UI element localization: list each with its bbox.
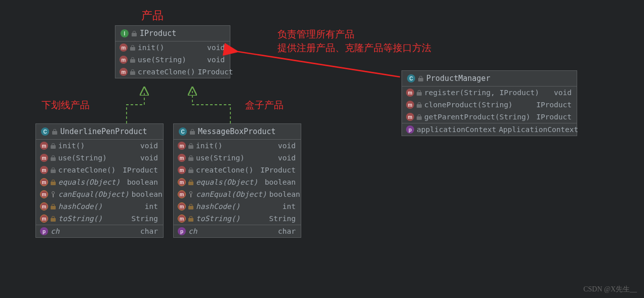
class-title: UnderlinePenProduct xyxy=(60,127,147,136)
member-signature: register(String, IProduct) xyxy=(424,89,551,97)
member-return-type: void xyxy=(207,56,225,64)
method-icon: m xyxy=(178,215,186,223)
member-row: mhashCode()int xyxy=(174,200,301,212)
member-return-type: ApplicationContext xyxy=(499,125,578,134)
member-signature: init() xyxy=(196,142,275,150)
member-signature: getParentProduct(String) xyxy=(424,113,534,121)
lock-icon xyxy=(188,204,193,209)
lock-icon xyxy=(188,167,193,173)
member-row: mequals(Object)boolean xyxy=(174,176,301,188)
lock-icon xyxy=(417,114,422,120)
member-signature: createClone() xyxy=(196,166,258,174)
member-return-type: boolean xyxy=(269,190,300,198)
lock-icon xyxy=(51,167,56,173)
method-icon: m xyxy=(40,190,48,198)
lock-icon xyxy=(190,129,195,135)
class-icon: C xyxy=(407,74,415,82)
member-signature: canEqual(Object) xyxy=(196,190,267,198)
lock-icon xyxy=(417,90,422,96)
member-return-type: void xyxy=(140,154,158,162)
method-icon: m xyxy=(40,215,48,223)
member-return-type: char xyxy=(140,227,158,235)
annotation-box: 盒子产品 xyxy=(245,99,284,112)
method-icon: m xyxy=(178,202,186,210)
member-signature: hashCode() xyxy=(58,202,142,210)
lock-icon xyxy=(188,180,193,185)
member-signature: toString() xyxy=(196,215,267,223)
method-icon: m xyxy=(406,89,414,97)
member-return-type: int xyxy=(283,202,296,210)
annotation-underline: 下划线产品 xyxy=(42,99,90,112)
annotation-manager-2: 提供注册产品、克隆产品等接口方法 xyxy=(277,41,431,55)
member-row: mcreateClone()IProduct xyxy=(36,164,163,176)
member-row: mequals(Object)boolean xyxy=(36,176,163,188)
class-box-manager: C ProductManager mregister(String, IProd… xyxy=(401,70,577,136)
property-icon: p xyxy=(40,227,48,235)
lock-icon xyxy=(188,155,193,161)
method-icon: m xyxy=(178,190,186,198)
lock-icon xyxy=(132,31,137,36)
member-row: pchchar xyxy=(36,225,163,237)
property-icon: p xyxy=(406,125,414,134)
member-row: mgetParentProduct(String)IProduct xyxy=(402,111,577,123)
class-title: MessageBoxProduct xyxy=(198,127,276,136)
class-body: minit()voidmuse(String)voidmcreateClone(… xyxy=(174,140,301,237)
method-icon: m xyxy=(406,113,414,121)
member-signature: toString() xyxy=(58,215,129,223)
member-return-type: String xyxy=(269,215,296,223)
method-icon: m xyxy=(119,56,128,64)
class-box-iproduct: I IProduct minit()voidmuse(String)voidmc… xyxy=(115,25,230,78)
member-row: muse(String)void xyxy=(36,152,163,164)
member-row: pchchar xyxy=(174,225,301,237)
member-row: mregister(String, IProduct)void xyxy=(402,87,577,99)
lock-icon xyxy=(418,76,423,81)
member-row: mtoString()String xyxy=(36,212,163,225)
member-signature: canEqual(Object) xyxy=(58,190,129,198)
lock-icon xyxy=(51,155,56,161)
member-return-type: boolean xyxy=(265,178,296,186)
method-icon: m xyxy=(178,142,186,150)
class-body: mregister(String, IProduct)voidmclonePro… xyxy=(402,87,577,136)
lock-icon xyxy=(130,45,135,51)
method-icon: m xyxy=(178,166,186,174)
method-icon: m xyxy=(40,154,48,162)
member-signature: applicationContext xyxy=(417,125,496,134)
class-body: minit()voidmuse(String)voidmcreateClone(… xyxy=(115,41,230,78)
member-return-type: char xyxy=(278,227,296,235)
lock-icon xyxy=(51,216,56,222)
class-icon: C xyxy=(41,127,49,136)
lock-icon xyxy=(188,216,193,222)
member-row: mcanEqual(Object)boolean xyxy=(174,188,301,200)
member-signature: createClone() xyxy=(58,166,120,174)
member-row: muse(String)void xyxy=(174,152,301,164)
member-signature: cloneProduct(String) xyxy=(424,101,534,109)
member-return-type: IProduct xyxy=(536,113,572,121)
member-row: papplicationContextApplicationContext xyxy=(402,123,577,136)
member-signature: createClone() xyxy=(138,68,195,76)
key-icon xyxy=(188,191,193,197)
watermark: CSDN @X先生__ xyxy=(583,285,637,294)
property-icon: p xyxy=(178,227,186,235)
member-return-type: void xyxy=(554,89,572,97)
method-icon: m xyxy=(40,166,48,174)
member-row: muse(String)void xyxy=(115,54,230,66)
annotation-manager-1: 负责管理所有产品 xyxy=(277,28,354,41)
member-signature: hashCode() xyxy=(196,202,280,210)
member-row: mhashCode()int xyxy=(36,200,163,212)
member-return-type: void xyxy=(278,154,296,162)
member-row: minit()void xyxy=(115,41,230,54)
class-header: C ProductManager xyxy=(402,71,577,87)
method-icon: m xyxy=(40,202,48,210)
member-signature: use(String) xyxy=(196,154,275,162)
method-icon: m xyxy=(40,142,48,150)
class-box-messagebox: C MessageBoxProduct minit()voidmuse(Stri… xyxy=(173,123,301,238)
member-row: mtoString()String xyxy=(174,212,301,225)
class-icon: C xyxy=(179,127,187,136)
member-signature: init() xyxy=(138,44,205,52)
class-header: C UnderlinePenProduct xyxy=(36,124,163,140)
class-header: I IProduct xyxy=(115,26,230,41)
member-return-type: void xyxy=(140,142,158,150)
member-return-type: void xyxy=(278,142,296,150)
member-return-type: IProduct xyxy=(123,166,158,174)
member-signature: equals(Object) xyxy=(196,178,262,186)
